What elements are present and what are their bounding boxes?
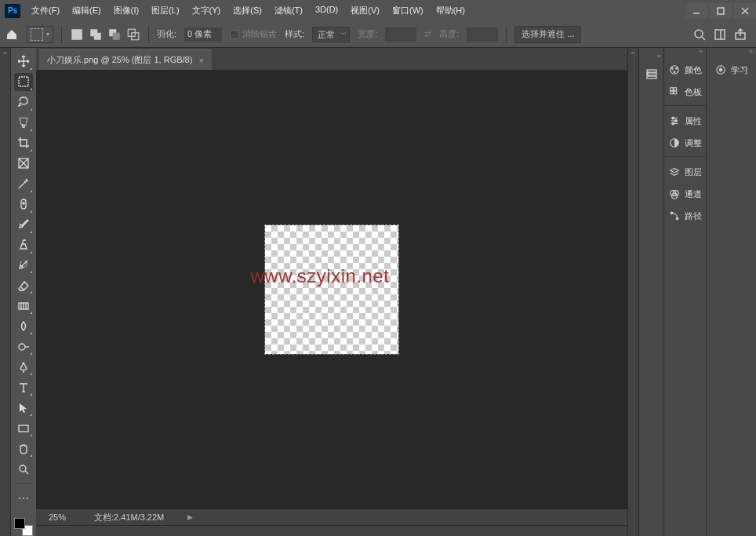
document-tabs: 小刀娱乐.png @ 25% (图层 1, RGB/8) × [36,48,627,70]
quick-select-tool[interactable] [14,114,33,132]
menu-file[interactable]: 文件(F) [25,0,66,21]
svg-rect-8 [113,32,120,39]
rectangle-tool[interactable] [14,419,33,437]
feather-input[interactable] [184,27,222,42]
svg-rect-40 [671,88,674,91]
history-panel-icon[interactable] [642,64,661,83]
foreground-swatch[interactable] [14,518,25,529]
panel-icon-strip: ›› [638,48,663,536]
canvas[interactable]: www.szyixin.net [36,70,627,509]
main-menu: 文件(F) 编辑(E) 图像(I) 图层(L) 文字(Y) 选择(S) 滤镜(T… [25,0,471,21]
svg-rect-43 [674,91,677,94]
select-and-mask-button[interactable]: 选择并遮住 ... [514,26,581,43]
menu-layer[interactable]: 图层(L) [145,0,185,21]
marquee-preset-icon [31,28,43,41]
workspace-icon[interactable] [714,28,726,41]
chevron-icon[interactable]: ›› [664,48,706,59]
minimize-button[interactable] [685,3,707,19]
frame-tool[interactable] [14,155,33,173]
marquee-tool[interactable] [14,73,33,91]
svg-point-49 [672,122,674,125]
panel-adjustments[interactable]: 调整 [664,132,706,154]
path-select-tool[interactable] [14,399,33,417]
style-label: 样式: [285,28,304,40]
panel-paths[interactable]: 路径 [664,205,706,227]
menu-help[interactable]: 帮助(H) [430,0,471,21]
selection-new-icon[interactable] [70,27,84,42]
chevron-down-icon: ▾ [46,31,49,38]
menu-select[interactable]: 选择(S) [227,0,268,21]
pen-tool[interactable] [14,358,33,376]
left-collapse-strip[interactable]: ›› [0,48,11,536]
menu-view[interactable]: 视图(V) [344,0,386,21]
document-info[interactable]: 文档:2.41M/3.22M [85,512,164,523]
blur-tool[interactable] [14,317,33,335]
workspace: ›› ⋯ 小刀娱乐.png @ 25% (图层 1, RGB/ [0,48,756,536]
gradient-tool[interactable] [14,297,33,315]
panel-properties[interactable]: 属性 [664,110,706,132]
search-icon[interactable] [693,28,706,41]
panel-layers[interactable]: 图层 [664,161,706,183]
status-bar: 25% 文档:2.41M/3.22M ▶ [36,509,627,525]
brush-tool[interactable] [14,216,33,234]
document-tab[interactable]: 小刀娱乐.png @ 25% (图层 1, RGB/8) × [39,49,212,70]
panel-swatches[interactable]: 色板 [664,81,706,103]
dodge-tool[interactable] [14,337,33,356]
selection-mode-group [70,27,140,42]
selection-add-icon[interactable] [89,27,103,42]
chevron-icon: ›› [0,48,10,57]
svg-point-57 [719,68,722,71]
menu-3d[interactable]: 3D(D) [309,0,344,21]
feather-label: 羽化: [157,28,176,40]
style-select[interactable]: 正常 [312,27,350,42]
antialias-label: 消除锯齿 [242,28,277,40]
divider [506,26,507,43]
hand-tool[interactable] [14,439,33,458]
share-icon[interactable] [734,28,747,41]
svg-rect-1 [718,8,724,14]
learn-column: ›› 学习 [706,48,756,536]
color-swatches[interactable] [14,518,33,536]
svg-point-17 [23,126,25,128]
panel-color[interactable]: 颜色 [664,59,706,81]
type-tool[interactable] [14,378,33,396]
svg-rect-4 [71,29,82,40]
zoom-tool[interactable] [14,460,33,478]
app-logo: Ps [5,4,20,18]
height-input [467,27,498,42]
close-button[interactable] [734,3,756,19]
panel-learn[interactable]: 学习 [707,59,756,81]
menu-edit[interactable]: 编辑(E) [66,0,107,21]
svg-point-48 [674,120,677,122]
maximize-button[interactable] [710,3,732,19]
selection-subtract-icon[interactable] [107,27,122,42]
lasso-tool[interactable] [14,93,33,111]
zoom-level[interactable]: 25% [36,512,85,522]
document-area: 小刀娱乐.png @ 25% (图层 1, RGB/8) × www.szyix… [36,48,627,536]
height-label: 高度: [439,28,459,40]
watermark-text: www.szyixin.net [250,265,389,287]
healing-brush-tool[interactable] [14,195,33,213]
edit-toolbar-button[interactable]: ⋯ [14,490,33,508]
selection-intersect-icon[interactable] [126,27,140,42]
eyedropper-tool[interactable] [14,175,33,193]
move-tool[interactable] [14,53,33,71]
clone-stamp-tool[interactable] [14,236,33,254]
eraser-tool[interactable] [14,276,33,294]
svg-point-47 [672,117,674,119]
menu-filter[interactable]: 滤镜(T) [268,0,309,21]
history-brush-tool[interactable] [14,257,33,275]
status-menu-icon[interactable]: ▶ [187,513,193,521]
close-tab-icon[interactable]: × [198,56,203,65]
canvas-transparency [265,225,398,354]
crop-tool[interactable] [14,134,33,152]
menu-type[interactable]: 文字(Y) [186,0,227,21]
menu-image[interactable]: 图像(I) [107,0,145,21]
home-button[interactable] [5,27,19,42]
panel-channels[interactable]: 通道 [664,183,706,205]
tool-preset-picker[interactable]: ▾ [27,26,53,43]
menu-window[interactable]: 窗口(W) [386,0,430,21]
right-collapse-strip[interactable]: ‹‹ [627,48,638,536]
chevron-icon[interactable]: ›› [707,48,756,59]
horizontal-scrollbar[interactable] [36,525,627,536]
